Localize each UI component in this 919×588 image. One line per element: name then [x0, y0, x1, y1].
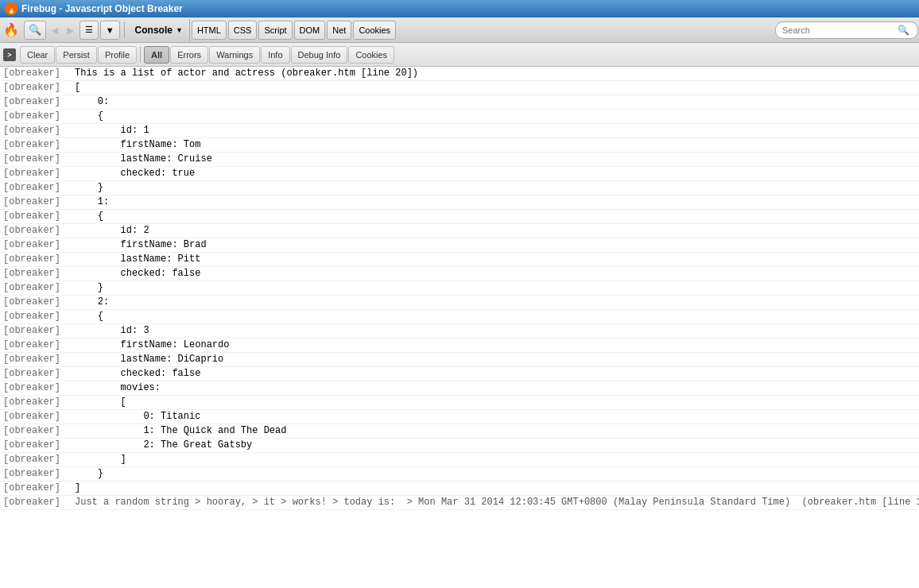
log-prefix: [obreaker] [0, 453, 72, 466]
console-dropdown-arrow: ▼ [176, 26, 183, 34]
log-prefix: [obreaker] [0, 138, 72, 151]
log-value: { [72, 310, 107, 323]
log-prefix: [obreaker] [0, 110, 72, 122]
log-prefix: [obreaker] [0, 267, 72, 280]
log-prefix: [obreaker] [0, 338, 72, 351]
forward-arrow[interactable]: ► [65, 24, 76, 37]
log-value: 2: The Great Gatsby [72, 439, 255, 451]
log-prefix: [obreaker] [0, 482, 72, 494]
filter-sep [140, 47, 141, 63]
console-small-icon: > [3, 48, 16, 61]
console-tab[interactable]: Console ▼ [129, 19, 190, 41]
log-prefix: [obreaker] [0, 167, 72, 180]
warnings-button[interactable]: Warnings [209, 46, 260, 64]
search-input[interactable] [775, 21, 918, 39]
log-value: } [72, 281, 107, 294]
log-value: checked: false [72, 267, 204, 280]
dom-button[interactable]: DOM [294, 21, 326, 40]
log-prefix: [obreaker] [0, 67, 72, 79]
log-value: id: 2 [72, 224, 153, 237]
back-arrow[interactable]: ◄ [49, 24, 60, 37]
log-row: [obreaker] checked: true [0, 167, 919, 181]
log-prefix: [obreaker] [0, 253, 72, 265]
search-icon: 🔍 [898, 25, 909, 36]
log-row: [obreaker]This is a list of actor and ac… [0, 67, 919, 81]
clear-button[interactable]: Clear [20, 46, 55, 64]
menu-dropdown-button[interactable]: ▼ [100, 21, 120, 40]
log-value: 0: Titanic [72, 410, 204, 423]
log-prefix: [obreaker] [0, 296, 72, 308]
firebug-icon: 🔥 [5, 2, 17, 15]
log-row: [obreaker]Just a random string > hooray,… [0, 496, 919, 510]
log-row: [obreaker] { [0, 110, 919, 124]
log-value: lastName: Cruise [72, 153, 215, 165]
log-row: [obreaker] id: 3 [0, 324, 919, 338]
console-tab-label: Console [135, 25, 173, 36]
log-prefix: [obreaker] [0, 124, 72, 137]
log-value: firstName: Leonardo [72, 338, 232, 351]
log-row: [obreaker] 1: The Quick and The Dead [0, 424, 919, 439]
title-bar: 🔥 Firebug - Javascript Object Breaker [0, 0, 919, 17]
log-row: [obreaker] firstName: Brad [0, 238, 919, 253]
persist-button[interactable]: Persist [56, 46, 97, 64]
log-value: { [72, 210, 107, 222]
log-row: [obreaker] lastName: Cruise [0, 153, 919, 167]
log-row: [obreaker] 0: [0, 95, 919, 110]
script-button[interactable]: Script [258, 21, 292, 40]
log-row: [obreaker] lastName: Pitt [0, 253, 919, 267]
log-row: [obreaker] } [0, 281, 919, 296]
menu-button[interactable]: ☰ [79, 21, 99, 40]
log-prefix: [obreaker] [0, 367, 72, 380]
filter-toolbar: > Clear Persist Profile All Errors Warni… [0, 43, 919, 67]
log-prefix: [obreaker] [0, 381, 72, 394]
profile-button[interactable]: Profile [98, 46, 137, 64]
errors-button[interactable]: Errors [170, 46, 208, 64]
log-prefix: [obreaker] [0, 281, 72, 294]
all-button[interactable]: All [144, 46, 169, 64]
log-value: 1: The Quick and The Dead [72, 424, 289, 437]
log-prefix: [obreaker] [0, 353, 72, 366]
log-value: [ [72, 81, 83, 94]
log-value: id: 1 [72, 124, 153, 137]
log-value: firstName: Tom [72, 138, 204, 151]
log-row: [obreaker] 2: The Great Gatsby [0, 439, 919, 453]
firebug-nav-icon: 🔥 [3, 22, 19, 37]
log-row: [obreaker][ [0, 81, 919, 95]
html-button[interactable]: HTML [192, 21, 227, 40]
debug-info-button[interactable]: Debug Info [291, 46, 348, 64]
log-value: firstName: Brad [72, 238, 210, 251]
log-prefix: [obreaker] [0, 324, 72, 337]
log-row: [obreaker] ] [0, 453, 919, 467]
log-row: [obreaker] 1: [0, 195, 919, 210]
log-row: [obreaker] 0: Titanic [0, 410, 919, 424]
css-button[interactable]: CSS [228, 21, 258, 40]
log-prefix: [obreaker] [0, 439, 72, 451]
log-value: [ [72, 396, 130, 408]
log-row: [obreaker] lastName: DiCaprio [0, 353, 919, 367]
log-prefix: [obreaker] [0, 181, 72, 194]
log-value: 1: [72, 195, 112, 208]
log-prefix: [obreaker] [0, 424, 72, 437]
net-button[interactable]: Net [327, 21, 351, 40]
cookies-button[interactable]: Cookies [353, 21, 396, 40]
log-row: [obreaker] } [0, 181, 919, 195]
log-prefix: [obreaker] [0, 310, 72, 323]
log-prefix: [obreaker] [0, 195, 72, 208]
log-prefix: [obreaker] [0, 95, 72, 108]
nav-sep-1 [124, 22, 125, 38]
log-prefix: [obreaker] [0, 153, 72, 165]
log-row: [obreaker]] [0, 482, 919, 496]
log-value: id: 3 [72, 324, 153, 337]
inspect-button[interactable]: 🔍 [24, 21, 46, 40]
log-value: 2: [72, 296, 112, 308]
nav-toolbar: 🔥 🔍 ◄ ► ☰ ▼ Console ▼ HTML CSS Script DO… [0, 17, 919, 43]
info-button[interactable]: Info [261, 46, 289, 64]
log-prefix: [obreaker] [0, 224, 72, 237]
log-row: [obreaker] movies: [0, 381, 919, 396]
cookies-filter-button[interactable]: Cookies [348, 46, 394, 64]
log-row: [obreaker] checked: false [0, 267, 919, 281]
log-value: checked: true [72, 167, 198, 180]
log-value: ] [72, 453, 130, 466]
log-value: lastName: DiCaprio [72, 353, 227, 366]
log-value: } [72, 181, 107, 194]
